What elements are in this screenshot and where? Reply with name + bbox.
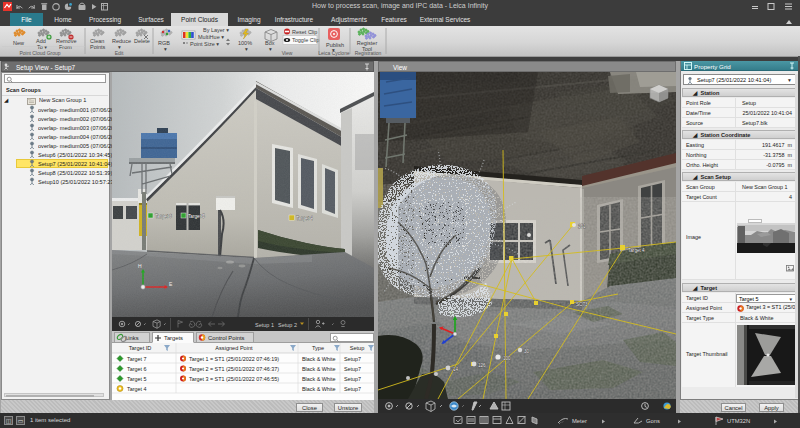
svg-text:14: 14: [453, 367, 459, 372]
svg-text:Point Size ▾: Point Size ▾: [190, 41, 219, 47]
svg-text:Point Cloud Group: Point Cloud Group: [19, 50, 60, 56]
svg-text:Setup7: Setup7: [344, 376, 361, 382]
svg-text:UTM32N: UTM32N: [727, 418, 750, 424]
svg-text:100: 100: [503, 356, 511, 361]
svg-text:Setup7: Setup7: [344, 386, 361, 392]
svg-text:From: From: [59, 44, 72, 50]
svg-text:Target 3 = ST1 (25/01/2022 07:: Target 3 = ST1 (25/01/2022 07:46:55): [189, 376, 279, 382]
svg-text:Setup: Setup: [350, 345, 365, 351]
svg-text:Reduce: Reduce: [112, 38, 131, 44]
svg-text:Target 5: Target 5: [127, 376, 146, 382]
svg-text:Gons: Gons: [646, 418, 660, 424]
svg-text:Assigned Point: Assigned Point: [215, 345, 253, 351]
svg-text:Setup 2: Setup 2: [278, 322, 297, 328]
svg-text:Points: Points: [90, 44, 106, 50]
svg-text:Target 4: Target 4: [127, 386, 146, 392]
svg-text:Edit: Edit: [115, 50, 124, 56]
svg-text:▾: ▾: [269, 46, 272, 52]
svg-text:Meter: Meter: [572, 418, 587, 424]
svg-text:Target ID: Target ID: [129, 345, 152, 351]
svg-text:▾: ▾: [164, 46, 167, 52]
svg-text:MultiHue ▾: MultiHue ▾: [198, 34, 224, 40]
svg-text:Setup 1: Setup 1: [255, 322, 274, 328]
svg-text:Target 2 = ST1 (25/01/2022 07:: Target 2 = ST1 (25/01/2022 07:46:37): [189, 366, 279, 372]
svg-text:Target 4: Target 4: [628, 248, 645, 253]
svg-text:Toggle Clip: Toggle Clip: [292, 37, 319, 43]
svg-text:Black & White: Black & White: [302, 386, 336, 392]
svg-text:Registration: Registration: [355, 50, 382, 56]
svg-text:Delete: Delete: [134, 38, 150, 44]
svg-text:View: View: [282, 50, 293, 56]
svg-text:151: 151: [578, 224, 586, 229]
svg-text:Reset Clip: Reset Clip: [292, 29, 317, 35]
svg-text:H: H: [450, 311, 453, 316]
svg-text:Leica Cyclone: Leica Cyclone: [318, 50, 350, 56]
svg-text:Publish: Publish: [326, 42, 344, 48]
svg-text:Target 7: Target 7: [127, 356, 146, 362]
svg-text:Setup7: Setup7: [344, 366, 361, 372]
svg-text:Black & White: Black & White: [302, 376, 336, 382]
svg-text:30: 30: [524, 349, 530, 354]
svg-text:Setup7: Setup7: [344, 356, 361, 362]
svg-text:Black & White: Black & White: [302, 366, 336, 372]
svg-text:New: New: [13, 40, 24, 46]
svg-text:Type: Type: [312, 345, 324, 351]
svg-text:SC73: SC73: [576, 302, 588, 307]
svg-text:Target 6: Target 6: [127, 366, 146, 372]
svg-text:Target 1 = ST1 (25/01/2022 07:: Target 1 = ST1 (25/01/2022 07:46:19): [189, 356, 279, 362]
svg-text:126: 126: [478, 363, 486, 368]
svg-text:▾: ▾: [245, 46, 248, 52]
svg-text:By Layer ▾: By Layer ▾: [203, 27, 229, 33]
svg-text:Black & White: Black & White: [302, 356, 336, 362]
